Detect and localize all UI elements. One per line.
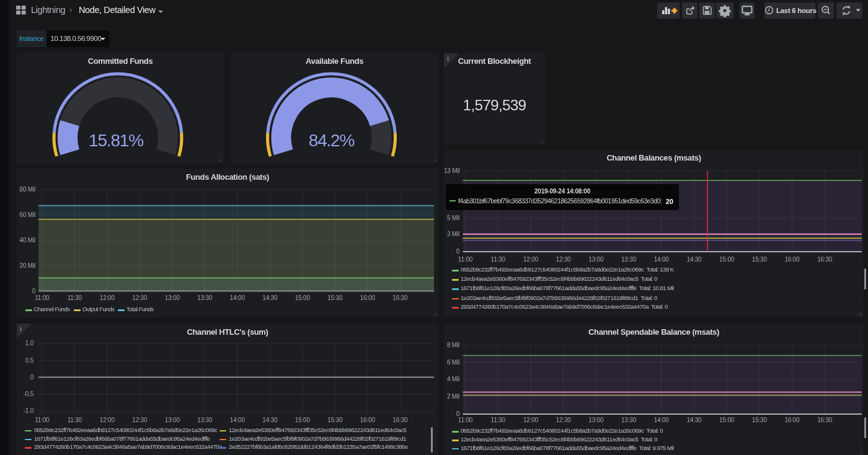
svg-text:15.81%: 15.81% (89, 131, 143, 150)
svg-text:84.2%: 84.2% (309, 131, 355, 150)
